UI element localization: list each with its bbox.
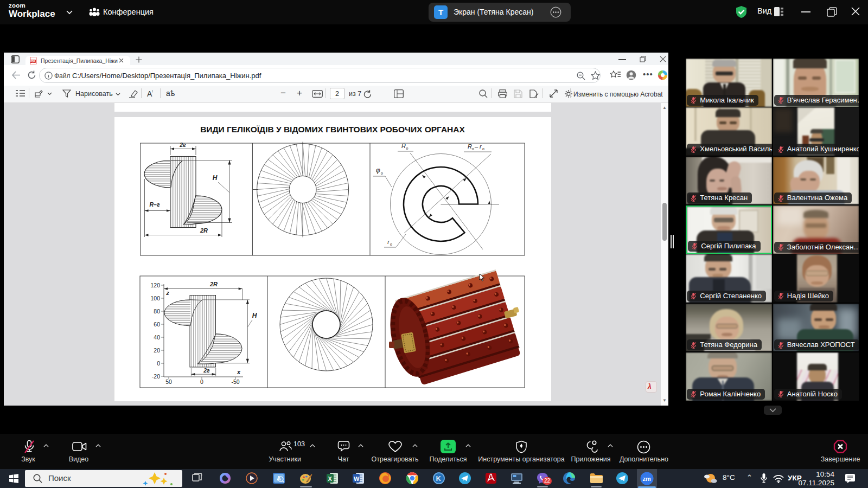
svg-text:K: K — [436, 474, 442, 483]
svg-text:z: z — [165, 290, 169, 296]
svg-text:R: R — [468, 143, 472, 150]
svg-text:2г: 2г — [179, 142, 186, 148]
svg-text:2R: 2R — [209, 281, 218, 287]
svg-text:o: o — [390, 242, 392, 246]
svg-text:100: 100 — [150, 295, 160, 301]
svg-text:–: – — [474, 143, 478, 150]
svg-text:-20: -20 — [152, 373, 160, 380]
svg-text:o: o — [482, 147, 484, 151]
svg-text:50: 50 — [165, 378, 172, 385]
svg-text:x: x — [237, 369, 241, 375]
svg-text:0: 0 — [157, 360, 160, 367]
svg-text:R: R — [401, 143, 406, 149]
svg-text:0: 0 — [200, 378, 203, 385]
svg-text:zm: zm — [643, 476, 652, 482]
svg-text:o: o — [381, 171, 383, 175]
svg-text:2R: 2R — [200, 227, 208, 234]
svg-text:o: o — [472, 147, 474, 151]
svg-text:120: 120 — [150, 282, 160, 288]
svg-text:φ: φ — [376, 166, 380, 174]
svg-text:-50: -50 — [231, 378, 239, 385]
svg-text:R–г: R–г — [149, 201, 159, 208]
svg-text:PDF: PDF — [30, 60, 35, 63]
svg-text:W: W — [354, 476, 360, 482]
svg-text:40: 40 — [154, 334, 160, 341]
svg-text:X: X — [328, 476, 333, 482]
svg-text:H: H — [213, 174, 218, 182]
svg-text:60: 60 — [154, 321, 160, 328]
svg-text:20: 20 — [154, 347, 160, 354]
svg-text:H: H — [252, 312, 257, 319]
svg-text:r: r — [387, 239, 390, 245]
svg-text:80: 80 — [154, 308, 160, 314]
svg-text:o: o — [406, 146, 409, 150]
svg-text:ВИДИ ГЕЛІКОЇДІВ У ВІДОМИХ ГВИН: ВИДИ ГЕЛІКОЇДІВ У ВІДОМИХ ГВИНТОВИХ РОБО… — [200, 125, 465, 134]
svg-text:2г: 2г — [203, 367, 210, 374]
